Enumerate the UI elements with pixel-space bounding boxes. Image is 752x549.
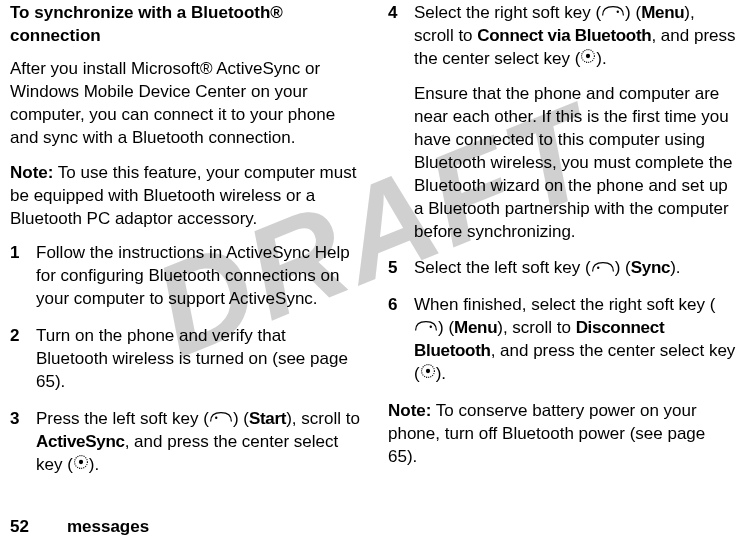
center-select-icon — [580, 48, 596, 71]
step-body: Turn on the phone and verify that Blueto… — [36, 325, 360, 394]
step-4: 4 Select the right soft key () (Menu), s… — [388, 2, 738, 243]
intro-paragraph: After you install Microsoft® ActiveSync … — [10, 58, 360, 150]
note-paragraph-right: Note: To conserve battery power on your … — [388, 400, 738, 469]
step-body: When finished, select the right soft key… — [414, 294, 738, 386]
menu-label: Menu — [641, 3, 684, 22]
left-column: To synchronize with a Bluetooth® connect… — [10, 2, 360, 491]
right-column: 4 Select the right soft key () (Menu), s… — [388, 2, 738, 491]
step-2: 2 Turn on the phone and verify that Blue… — [10, 325, 360, 394]
menu-label: Menu — [454, 318, 497, 337]
text: ), scroll to — [286, 409, 360, 428]
svg-point-0 — [215, 417, 217, 419]
step-4-detail: Ensure that the phone and computer are n… — [414, 83, 738, 244]
connect-via-bluetooth-label: Connect via Bluetooth — [477, 26, 651, 45]
text: ). — [89, 455, 99, 474]
start-label: Start — [249, 409, 286, 428]
svg-point-9 — [426, 369, 430, 373]
note-body: To conserve battery power on your phone,… — [388, 401, 705, 466]
right-softkey-icon — [601, 2, 625, 25]
text: ). — [670, 258, 680, 277]
text: ), scroll to — [497, 318, 575, 337]
page-footer: 52messages — [10, 516, 149, 539]
step-number: 5 — [388, 257, 414, 280]
step-3: 3 Press the left soft key () (Start), sc… — [10, 408, 360, 477]
step-body: Follow the instructions in ActiveSync He… — [36, 242, 360, 311]
svg-point-6 — [597, 266, 599, 268]
text: Select the left soft key ( — [414, 258, 591, 277]
note-label: Note: — [10, 163, 53, 182]
text: ) ( — [615, 258, 631, 277]
activesync-label: ActiveSync — [36, 432, 125, 451]
center-select-icon — [73, 454, 89, 477]
step-5: 5 Select the left soft key () (Sync). — [388, 257, 738, 280]
page-number: 52 — [10, 517, 29, 536]
step-body: Select the left soft key () (Sync). — [414, 257, 738, 280]
text: ) ( — [233, 409, 249, 428]
step-6: 6 When finished, select the right soft k… — [388, 294, 738, 386]
step-number: 6 — [388, 294, 414, 386]
svg-point-5 — [586, 54, 590, 58]
text: Press the left soft key ( — [36, 409, 209, 428]
text: ) ( — [438, 318, 454, 337]
note-label: Note: — [388, 401, 431, 420]
text: ) ( — [625, 3, 641, 22]
step-body: Select the right soft key () (Menu), scr… — [414, 2, 738, 243]
text: ). — [596, 49, 606, 68]
text: Select the right soft key ( — [414, 3, 601, 22]
section-heading: To synchronize with a Bluetooth® connect… — [10, 2, 360, 48]
svg-point-7 — [430, 326, 432, 328]
step-body: Press the left soft key () (Start), scro… — [36, 408, 360, 477]
step-number: 4 — [388, 2, 414, 243]
text: When finished, select the right soft key… — [414, 295, 715, 314]
section-name: messages — [67, 517, 149, 536]
note-body: To use this feature, your computer must … — [10, 163, 356, 228]
step-1: 1 Follow the instructions in ActiveSync … — [10, 242, 360, 311]
text: ). — [436, 364, 446, 383]
step-number: 2 — [10, 325, 36, 394]
center-select-icon — [420, 363, 436, 386]
step-number: 3 — [10, 408, 36, 477]
page-content: To synchronize with a Bluetooth® connect… — [0, 0, 752, 491]
step-number: 1 — [10, 242, 36, 311]
sync-label: Sync — [631, 258, 670, 277]
left-softkey-icon — [209, 408, 233, 431]
svg-point-2 — [79, 460, 83, 464]
left-softkey-icon — [591, 258, 615, 281]
svg-point-3 — [617, 11, 619, 13]
note-paragraph: Note: To use this feature, your computer… — [10, 162, 360, 231]
right-softkey-icon — [414, 317, 438, 340]
